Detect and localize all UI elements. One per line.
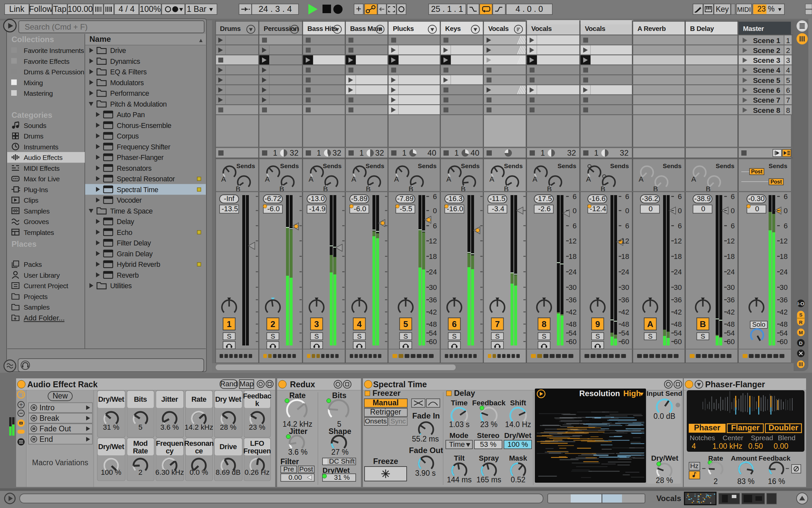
svg-text:Macro Variations: Macro Variations bbox=[32, 458, 88, 467]
svg-text:30: 30 bbox=[780, 283, 788, 292]
svg-text:42: 42 bbox=[780, 308, 788, 316]
svg-text:Echo: Echo bbox=[117, 229, 133, 237]
svg-text:Vocals: Vocals bbox=[488, 25, 509, 32]
svg-text:32: 32 bbox=[375, 149, 384, 157]
svg-text:60: 60 bbox=[727, 338, 735, 346]
svg-text:6: 6 bbox=[625, 222, 629, 230]
svg-text:31 %: 31 % bbox=[103, 423, 120, 431]
svg-text:Add Folder...: Add Folder... bbox=[24, 314, 65, 322]
svg-text:Pitch & Modulation: Pitch & Modulation bbox=[110, 100, 167, 108]
svg-text:Scene 6: Scene 6 bbox=[753, 86, 780, 94]
svg-text:Spectral Time: Spectral Time bbox=[373, 380, 427, 389]
svg-text:Resonators: Resonators bbox=[117, 165, 151, 172]
svg-text:24: 24 bbox=[727, 268, 735, 276]
svg-text:Master: Master bbox=[743, 25, 764, 32]
svg-text:Clips: Clips bbox=[24, 197, 39, 204]
svg-text:Bits: Bits bbox=[134, 395, 147, 404]
svg-text:3.6 %: 3.6 % bbox=[160, 423, 179, 431]
svg-text:5: 5 bbox=[138, 423, 142, 431]
svg-text:1: 1 bbox=[594, 149, 598, 157]
svg-text:30: 30 bbox=[429, 283, 437, 292]
svg-text:60: 60 bbox=[621, 338, 629, 346]
svg-text:31 %: 31 % bbox=[334, 473, 350, 481]
svg-text:Drive: Drive bbox=[110, 47, 126, 55]
svg-text:Phaser: Phaser bbox=[694, 423, 720, 432]
svg-text:18: 18 bbox=[621, 252, 629, 261]
svg-text:100 %: 100 % bbox=[101, 468, 121, 476]
svg-text:Plucks: Plucks bbox=[393, 25, 414, 32]
svg-text:14.2 kHz: 14.2 kHz bbox=[185, 423, 213, 431]
svg-text:6: 6 bbox=[678, 222, 682, 230]
svg-text:0.0 dB: 0.0 dB bbox=[654, 412, 676, 421]
svg-text:Spectral Resonator: Spectral Resonator bbox=[117, 175, 175, 183]
svg-text:Fade Out: Fade Out bbox=[409, 446, 443, 455]
svg-text:High: High bbox=[623, 389, 641, 398]
svg-text:A: A bbox=[309, 175, 314, 183]
svg-text:12: 12 bbox=[727, 237, 735, 245]
svg-text:1: 1 bbox=[273, 149, 277, 157]
svg-text:Bass Hits: Bass Hits bbox=[307, 25, 337, 32]
svg-text:A: A bbox=[691, 175, 696, 183]
svg-text:A: A bbox=[489, 175, 494, 183]
svg-text:Jitter: Jitter bbox=[289, 427, 307, 436]
svg-text:Categories: Categories bbox=[11, 111, 52, 119]
svg-text:Sends: Sends bbox=[558, 163, 576, 169]
svg-text:-16.3: -16.3 bbox=[446, 195, 463, 203]
svg-text:Vocals: Vocals bbox=[531, 25, 552, 32]
svg-text:Keys: Keys bbox=[445, 25, 461, 32]
svg-text:Key: Key bbox=[716, 5, 729, 13]
svg-text:Drums: Drums bbox=[24, 132, 43, 140]
svg-text:30: 30 bbox=[674, 283, 682, 292]
svg-text:Frequen: Frequen bbox=[156, 439, 183, 448]
svg-text:Fade Out: Fade Out bbox=[40, 424, 71, 433]
svg-text:S: S bbox=[542, 332, 546, 340]
svg-text:Flanger: Flanger bbox=[731, 423, 760, 432]
svg-text:6: 6 bbox=[784, 222, 788, 230]
svg-text:6: 6 bbox=[452, 319, 457, 329]
svg-text:40: 40 bbox=[470, 149, 479, 157]
svg-text:Hz: Hz bbox=[690, 462, 699, 469]
svg-text:Bits: Bits bbox=[332, 391, 346, 400]
svg-text:6: 6 bbox=[731, 222, 735, 230]
svg-text:1: 1 bbox=[786, 37, 790, 45]
svg-text:Audio Effects: Audio Effects bbox=[24, 154, 62, 161]
svg-text:7: 7 bbox=[786, 96, 790, 104]
svg-text:Spread: Spread bbox=[751, 434, 773, 441]
svg-text:0: 0 bbox=[573, 207, 577, 215]
svg-text:48: 48 bbox=[429, 320, 437, 328]
svg-text:Link: Link bbox=[9, 4, 24, 13]
svg-text:Utilities: Utilities bbox=[110, 282, 132, 290]
svg-text:42: 42 bbox=[569, 308, 577, 316]
svg-text:Search (Cmd + F): Search (Cmd + F) bbox=[25, 23, 88, 31]
svg-text:1 Bar: 1 Bar bbox=[187, 4, 206, 13]
svg-text:Retrigger: Retrigger bbox=[370, 408, 401, 416]
svg-text:24: 24 bbox=[621, 268, 629, 276]
svg-text:-6.0: -6.0 bbox=[354, 205, 366, 213]
svg-text:0.26 Hz: 0.26 Hz bbox=[245, 468, 270, 476]
svg-text:0.50: 0.50 bbox=[748, 442, 763, 451]
svg-text:0.00: 0.00 bbox=[289, 473, 302, 481]
svg-text:Rate: Rate bbox=[133, 447, 148, 455]
svg-text:Dry Wet: Dry Wet bbox=[215, 395, 241, 404]
svg-text:6: 6 bbox=[786, 86, 790, 94]
svg-text:S: S bbox=[314, 332, 319, 340]
svg-text:A: A bbox=[394, 175, 399, 183]
svg-text:Tilt: Tilt bbox=[454, 454, 465, 462]
svg-text:+: + bbox=[19, 401, 23, 408]
svg-text:Places: Places bbox=[11, 240, 37, 248]
svg-text:Scene 3: Scene 3 bbox=[753, 56, 780, 65]
svg-text:24: 24 bbox=[569, 268, 577, 276]
svg-text:2: 2 bbox=[138, 468, 142, 476]
svg-text:36: 36 bbox=[429, 296, 437, 304]
svg-text:100.00: 100.00 bbox=[68, 4, 93, 13]
svg-text:60: 60 bbox=[780, 338, 788, 346]
svg-text:Scene 4: Scene 4 bbox=[753, 66, 780, 74]
svg-text:23 %: 23 % bbox=[480, 420, 497, 429]
svg-text:3.6 %: 3.6 % bbox=[288, 448, 308, 456]
svg-text:1.03 s: 1.03 s bbox=[449, 420, 470, 429]
svg-text:0: 0 bbox=[433, 207, 437, 215]
svg-text:2: 2 bbox=[786, 46, 790, 55]
svg-text:4: 4 bbox=[357, 319, 362, 329]
svg-text:60: 60 bbox=[674, 338, 682, 346]
svg-text:165 ms: 165 ms bbox=[476, 475, 501, 484]
